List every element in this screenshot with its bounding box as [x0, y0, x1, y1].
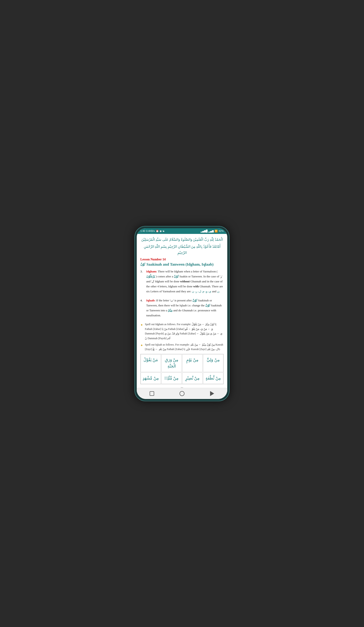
idgham-arabic1: يَرْمَلُوْنَ: [146, 275, 155, 278]
speed-display: 0.4KB/s: [146, 230, 155, 232]
iqlaab-arabic2: نُوْنٌ: [205, 304, 210, 307]
square-icon: [150, 391, 154, 396]
phone-frame: 1:40 0.4KB/s ⏰ ◉ ☯ ▂▄▆█ ▂▄▆ 🛜 92% الْحَم…: [134, 226, 230, 401]
signal-icon: ▂▄▆█ ▂▄▆: [201, 230, 214, 233]
idgham-bold1: without: [180, 280, 190, 283]
iqlaab-row: 4. Iqlaab: If the letter 'ب' is present …: [140, 298, 224, 320]
arabic-header-line2: أَمَّابَعْدُ فَأَعُوْذُ بِاللّٰهِ مِنَ ا…: [140, 244, 224, 256]
idgham-text: Idgham: There will be Idgham when a lett…: [146, 269, 224, 294]
phone-screen: 1:40 0.4KB/s ⏰ ◉ ☯ ▂▄▆█ ▂▄▆ 🛜 92% الْحَم…: [137, 228, 227, 399]
wifi-icon: 🛜: [215, 230, 218, 233]
grid1-cell-7: مِنْ نَّصِيْرٍ: [182, 372, 203, 384]
iqlaab-arabic1: نُوْنٌ: [192, 299, 197, 302]
idgham-text2: ) comes after a: [156, 275, 173, 278]
bullet1-text: Spell out Idgham as follows. For example…: [145, 322, 224, 341]
back-button[interactable]: [209, 390, 215, 397]
idgham-arabic3: ي، و، م، ل، ر، ن: [192, 290, 211, 293]
bullet1-label: Spell out Idgham as follows. For example…: [145, 323, 191, 326]
grid1-cell-3: مِنْ يَوْمٍ: [182, 354, 203, 372]
idgham-text1: There will be Idgham when a letter of Ya…: [158, 270, 217, 273]
word-grid-1: مَنْ يَقُوْلُ مِنْ وَرَقِ الْجَنَّةِ مِن…: [140, 354, 224, 384]
notification-icons: ⏰ ◉ ☯: [156, 230, 165, 233]
bullet-diamond-1: ✦: [140, 322, 143, 328]
iqlaab-item: 4. Iqlaab: If the letter 'ب' is present …: [140, 298, 224, 320]
grid1-cell-5: مِنْ مَّشْهَدٍ: [141, 372, 161, 384]
iqlaab-label: Iqlaab:: [146, 299, 155, 302]
idgham-arabic4: ن: [217, 290, 219, 293]
idgham-row: 3. Idgham: There will be Idgham when a l…: [140, 269, 224, 296]
grid1-cell-2: مِنْ وَرَقِ الْجَنَّةِ: [161, 354, 182, 372]
idgham-text6: and: [212, 290, 216, 293]
recent-apps-button[interactable]: [149, 390, 155, 397]
lesson-title-arabic: نُوْنٌ: [140, 262, 145, 266]
battery-display: 92%: [219, 230, 224, 232]
iqlaab-arabic3: مِيْمٌ: [168, 309, 172, 312]
iqlaab-text1: If the letter 'ب' is present after: [156, 299, 192, 302]
time-display: 1:40: [140, 230, 145, 232]
iqlaab-text: Iqlaab: If the letter 'ب' is present aft…: [146, 298, 224, 318]
grid1-cell-8: مِنْ نُّطْفَةٍ: [203, 372, 223, 384]
item4-number: 4.: [140, 298, 145, 320]
status-bar: 1:40 0.4KB/s ⏰ ◉ ☯ ▂▄▆█ ▂▄▆ 🛜 92%: [137, 228, 227, 234]
status-left: 1:40 0.4KB/s ⏰ ◉ ☯: [140, 230, 165, 233]
grid1-cell-4: مِنْ وَلِيٍّ: [203, 354, 223, 372]
idgham-arabic2: نُوْنٌ: [174, 275, 179, 278]
content-area[interactable]: الْحَمْدُ لِلّٰهِ رَبِّ الْعٰلَمِيْنَ وَ…: [137, 234, 227, 388]
idgham-label: Idgham:: [146, 270, 157, 273]
home-button[interactable]: [179, 390, 185, 397]
idgham-item: 3. Idgham: There will be Idgham when a l…: [140, 269, 224, 296]
lesson-number: Lesson Number 14: [140, 258, 224, 261]
bullet2-label: Spell out Iqlaab as follows. For example…: [145, 343, 190, 346]
back-icon: [210, 391, 214, 396]
idgham-bold2: with: [193, 285, 199, 288]
lesson-title-text: Saakinah and Tanween (Idgham, Iqlaab): [147, 262, 213, 267]
grid1-cell-6: مِنْ مِّثْلِهٖ: [161, 372, 182, 384]
navigation-bar: [137, 388, 227, 399]
lesson-title: نُوْنٌ Saakinah and Tanween (Idgham, Iql…: [140, 262, 224, 267]
status-right: ▂▄▆█ ▂▄▆ 🛜 92%: [201, 230, 224, 233]
bullet2: ✦ Spell out Iqlaab as follows. For examp…: [140, 342, 224, 352]
bullet2-text: Spell out Iqlaab as follows. For example…: [145, 342, 224, 352]
bullet1: ✦ Spell out Idgham as follows. For examp…: [140, 322, 224, 341]
item3-number: 3.: [140, 269, 145, 296]
circle-icon: [179, 391, 185, 396]
bullet-diamond-2: ✦: [140, 343, 143, 348]
grid1-cell-1: مَنْ يَقُوْلُ: [141, 354, 161, 372]
arabic-header-line1: الْحَمْدُ لِلّٰهِ رَبِّ الْعٰلَمِيْنَ وَ…: [140, 237, 224, 243]
